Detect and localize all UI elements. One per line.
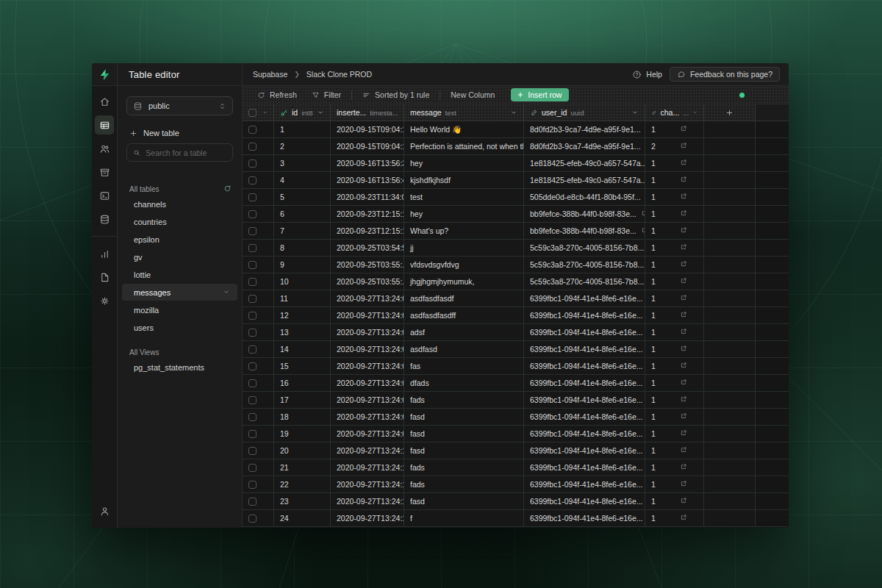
open-reference-icon[interactable] — [675, 463, 687, 472]
cell-id[interactable]: 1 — [274, 121, 331, 138]
table-search-input[interactable] — [146, 148, 226, 157]
cell-message[interactable]: fasd — [404, 426, 524, 442]
row-select-cell[interactable] — [243, 223, 274, 240]
cell-user-id[interactable]: 6399fbc1-094f-41e4-8fe6-e16e... — [524, 392, 645, 409]
cell-inserted-at[interactable]: 2020-09-15T09:04:1... — [331, 138, 404, 155]
row-select-cell[interactable] — [243, 138, 274, 155]
insert-row-button[interactable]: Insert row — [511, 88, 569, 101]
cell-message[interactable]: hey — [404, 206, 524, 223]
open-reference-icon[interactable] — [675, 446, 687, 455]
nav-database[interactable] — [95, 209, 114, 229]
new-table-button[interactable]: New table — [118, 124, 242, 142]
row-checkbox[interactable] — [248, 464, 257, 472]
cell-id[interactable]: 11 — [274, 290, 331, 307]
cell-inserted-at[interactable]: 2020-09-25T03:54:5... — [331, 240, 404, 257]
cell-message[interactable]: asdfasdfasdff — [404, 307, 524, 324]
cell-inserted-at[interactable]: 2020-09-27T13:24:0... — [331, 358, 404, 375]
cell-channel-id[interactable]: 1 — [645, 426, 704, 442]
row-select-cell[interactable] — [243, 189, 274, 206]
cell-user-id[interactable]: 505dde0d-e8cb-44f1-80b4-95f... — [524, 189, 645, 206]
cell-channel-id[interactable]: 1 — [645, 172, 704, 189]
cell-id[interactable]: 21 — [274, 459, 331, 476]
cell-id[interactable]: 2 — [274, 138, 331, 155]
cell-id[interactable]: 4 — [274, 172, 331, 189]
cell-inserted-at[interactable]: 2020-09-27T13:24:11... — [331, 510, 404, 527]
row-checkbox[interactable] — [248, 514, 257, 523]
nav-sql-editor[interactable] — [95, 186, 114, 205]
cell-user-id[interactable]: 6399fbc1-094f-41e4-8fe6-e16e... — [524, 324, 645, 341]
cell-inserted-at[interactable]: 2020-09-23T11:34:0... — [331, 189, 404, 206]
cell-message[interactable]: fas — [404, 358, 524, 375]
cell-message[interactable]: adsf — [404, 324, 524, 341]
cell-id[interactable]: 15 — [274, 358, 331, 375]
cell-channel-id[interactable]: 1 — [645, 189, 704, 206]
row-select-cell[interactable] — [243, 459, 274, 476]
breadcrumb-org[interactable]: Supabase — [253, 70, 287, 79]
cell-channel-id[interactable]: 2 — [645, 138, 704, 155]
cell-channel-id[interactable]: 1 — [645, 240, 704, 257]
row-select-cell[interactable] — [243, 257, 274, 273]
cell-channel-id[interactable]: 1 — [645, 459, 704, 476]
row-checkbox[interactable] — [248, 362, 257, 370]
cell-user-id[interactable]: 6399fbc1-094f-41e4-8fe6-e16e... — [524, 493, 645, 510]
row-select-cell[interactable] — [243, 375, 274, 392]
cell-user-id[interactable]: 6399fbc1-094f-41e4-8fe6-e16e... — [524, 290, 645, 307]
view-item-pg-stat-statements[interactable]: pg_stat_statements — [122, 359, 237, 376]
refresh-button[interactable]: Refresh — [253, 90, 301, 99]
cell-id[interactable]: 9 — [274, 257, 331, 273]
cell-message[interactable]: fads — [404, 392, 524, 409]
cell-id[interactable]: 10 — [274, 273, 331, 290]
cell-message[interactable]: vfdsvdsgvfdvg — [404, 257, 524, 273]
table-search[interactable] — [126, 143, 233, 162]
open-reference-icon[interactable] — [675, 260, 687, 269]
cell-inserted-at[interactable]: 2020-09-27T13:24:0... — [331, 392, 404, 409]
cell-user-id[interactable]: 6399fbc1-094f-41e4-8fe6-e16e... — [524, 409, 645, 426]
cell-message[interactable]: fads — [404, 476, 524, 493]
cell-channel-id[interactable]: 1 — [645, 290, 704, 307]
row-checkbox[interactable] — [248, 413, 257, 421]
cell-message[interactable]: hey — [404, 155, 524, 172]
cell-message[interactable]: jj — [404, 240, 524, 257]
open-reference-icon[interactable] — [675, 514, 687, 523]
open-reference-icon[interactable] — [675, 159, 687, 168]
cell-message[interactable]: What's up? — [404, 223, 524, 240]
cell-inserted-at[interactable]: 2020-09-27T13:24:0... — [331, 341, 404, 358]
row-checkbox[interactable] — [248, 159, 257, 168]
cell-user-id[interactable]: bb9fefce-388b-44f0-b98f-83e... — [524, 206, 645, 223]
row-checkbox[interactable] — [248, 244, 257, 252]
cell-inserted-at[interactable]: 2020-09-16T13:56:41... — [331, 172, 404, 189]
cell-id[interactable]: 16 — [274, 375, 331, 392]
table-item-messages[interactable]: messages — [122, 284, 237, 301]
cell-channel-id[interactable]: 1 — [645, 257, 704, 273]
nav-docs[interactable] — [95, 268, 114, 287]
cell-user-id[interactable]: 6399fbc1-094f-41e4-8fe6-e16e... — [524, 358, 645, 375]
select-all-checkbox[interactable] — [248, 109, 257, 117]
schema-select[interactable]: public — [126, 96, 233, 115]
add-column-button[interactable] — [704, 104, 756, 121]
row-checkbox[interactable] — [248, 430, 257, 438]
cell-inserted-at[interactable]: 2020-09-27T13:24:0... — [331, 290, 404, 307]
cell-channel-id[interactable]: 1 — [645, 324, 704, 341]
row-checkbox[interactable] — [248, 126, 257, 134]
cell-user-id[interactable]: 6399fbc1-094f-41e4-8fe6-e16e... — [524, 442, 645, 459]
open-reference-icon[interactable] — [675, 429, 687, 438]
cell-id[interactable]: 20 — [274, 442, 331, 459]
row-select-cell[interactable] — [243, 341, 274, 358]
open-reference-icon[interactable] — [675, 480, 687, 489]
cell-channel-id[interactable]: 1 — [645, 493, 704, 510]
cell-id[interactable]: 14 — [274, 341, 331, 358]
breadcrumb-project[interactable]: Slack Clone PROD — [306, 70, 372, 79]
cell-message[interactable]: fasd — [404, 493, 524, 510]
cell-message[interactable]: fasd — [404, 442, 524, 459]
table-item-channels[interactable]: channels — [122, 196, 237, 212]
table-item-countries[interactable]: countries — [122, 213, 237, 230]
cell-user-id[interactable]: 5c59c3a8-270c-4005-8156-7b8... — [524, 257, 645, 273]
cell-id[interactable]: 24 — [274, 510, 331, 527]
sort-button[interactable]: Sorted by 1 rule — [358, 90, 434, 99]
cell-channel-id[interactable]: 1 — [645, 392, 704, 409]
cell-user-id[interactable]: 8d0fd2b3-9ca7-4d9e-a95f-9e1... — [524, 138, 645, 155]
row-select-cell[interactable] — [243, 121, 274, 138]
cell-id[interactable]: 6 — [274, 206, 331, 223]
cell-id[interactable]: 12 — [274, 307, 331, 324]
supabase-logo[interactable] — [92, 63, 118, 85]
